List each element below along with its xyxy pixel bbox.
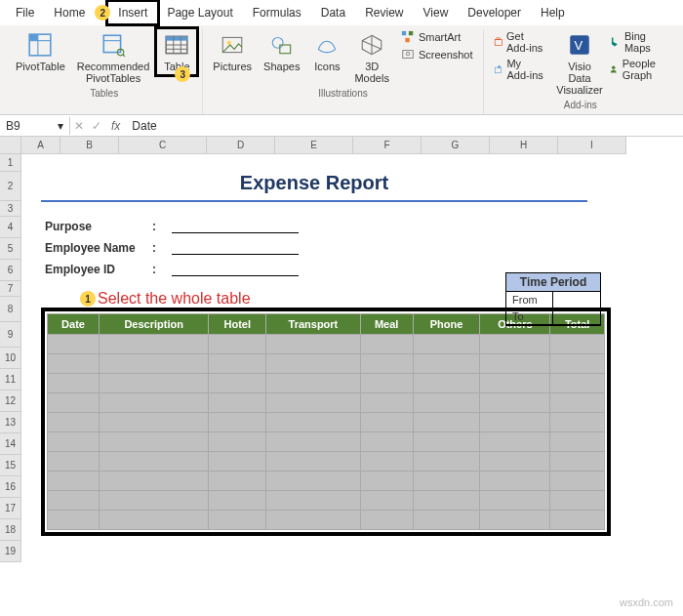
table-cell[interactable] — [209, 491, 266, 511]
row-header[interactable]: 16 — [0, 476, 21, 498]
th-transport[interactable]: Transport — [266, 314, 360, 335]
tab-page-layout[interactable]: Page Layout — [157, 2, 242, 23]
table-cell[interactable] — [360, 511, 413, 530]
col-header[interactable]: H — [490, 137, 558, 154]
row-header[interactable]: 12 — [0, 390, 21, 412]
col-header[interactable]: E — [275, 137, 353, 154]
from-value[interactable] — [553, 292, 600, 308]
row-header[interactable]: 9 — [0, 322, 21, 348]
table-cell[interactable] — [413, 335, 480, 354]
row-header[interactable]: 3 — [0, 201, 21, 217]
row-header[interactable]: 15 — [0, 455, 21, 476]
th-date[interactable]: Date — [48, 314, 100, 335]
table-cell[interactable] — [266, 374, 360, 393]
table-cell[interactable] — [413, 472, 480, 491]
name-box[interactable]: B9 ▾ — [0, 117, 70, 135]
table-cell[interactable] — [550, 354, 605, 374]
table-cell[interactable] — [266, 511, 360, 530]
empid-value[interactable] — [172, 263, 299, 276]
table-cell[interactable] — [48, 354, 100, 374]
table-cell[interactable] — [550, 374, 605, 393]
table-cell[interactable] — [48, 472, 100, 491]
tab-developer[interactable]: Developer — [458, 2, 531, 23]
formula-bar[interactable]: Date — [126, 117, 683, 135]
table-cell[interactable] — [209, 374, 266, 393]
table-cell[interactable] — [413, 354, 480, 374]
table-cell[interactable] — [360, 432, 413, 452]
select-all-corner[interactable] — [0, 137, 21, 154]
table-cell[interactable] — [360, 374, 413, 393]
screenshot-button[interactable]: Screenshot — [397, 47, 477, 62]
row-header[interactable]: 18 — [0, 519, 21, 541]
tab-help[interactable]: Help — [531, 2, 575, 23]
table-cell[interactable] — [480, 452, 550, 472]
tab-home[interactable]: Home — [44, 2, 95, 23]
table-cell[interactable] — [550, 413, 605, 432]
pivottable-button[interactable]: PivotTable — [12, 29, 69, 74]
table-cell[interactable] — [480, 413, 550, 432]
tab-formulas[interactable]: Formulas — [243, 2, 311, 23]
table-cell[interactable] — [360, 491, 413, 511]
row-header[interactable]: 8 — [0, 297, 21, 322]
table-cell[interactable] — [48, 413, 100, 432]
tab-data[interactable]: Data — [311, 2, 355, 23]
table-cell[interactable] — [480, 511, 550, 530]
table-cell[interactable] — [480, 374, 550, 393]
table-cell[interactable] — [209, 511, 266, 530]
table-cell[interactable] — [266, 335, 360, 354]
table-cell[interactable] — [266, 354, 360, 374]
cancel-icon[interactable]: ✕ — [70, 119, 88, 133]
shapes-button[interactable]: Shapes — [260, 29, 303, 74]
table-cell[interactable] — [266, 452, 360, 472]
table-cell[interactable] — [48, 452, 100, 472]
table-cell[interactable] — [209, 452, 266, 472]
my-addins-button[interactable]: My Add-ins — [490, 57, 548, 82]
table-cell[interactable] — [209, 472, 266, 491]
table-cell[interactable] — [48, 432, 100, 452]
col-header[interactable]: F — [353, 137, 422, 154]
3d-models-button[interactable]: 3D Models — [350, 29, 392, 86]
table-cell[interactable] — [480, 354, 550, 374]
table-cell[interactable] — [209, 335, 266, 354]
bing-maps-button[interactable]: Bing Maps — [605, 29, 671, 55]
col-header[interactable]: C — [119, 137, 207, 154]
table-cell[interactable] — [413, 432, 480, 452]
table-cell[interactable] — [266, 491, 360, 511]
table-cell[interactable] — [413, 374, 480, 393]
th-meal[interactable]: Meal — [360, 314, 413, 335]
table-cell[interactable] — [209, 432, 266, 452]
expense-table-selection[interactable]: Date Description Hotel Transport Meal Ph… — [45, 311, 607, 532]
table-cell[interactable] — [550, 393, 605, 413]
people-graph-button[interactable]: People Graph — [605, 57, 671, 82]
empname-value[interactable] — [172, 241, 299, 255]
table-cell[interactable] — [100, 374, 209, 393]
th-hotel[interactable]: Hotel — [209, 314, 266, 335]
table-cell[interactable] — [550, 472, 605, 491]
table-cell[interactable] — [360, 452, 413, 472]
tab-view[interactable]: View — [414, 2, 459, 23]
table-cell[interactable] — [360, 472, 413, 491]
table-cell[interactable] — [100, 491, 209, 511]
table-cell[interactable] — [550, 432, 605, 452]
table-cell[interactable] — [48, 374, 100, 393]
table-cell[interactable] — [550, 511, 605, 530]
table-cell[interactable] — [480, 491, 550, 511]
fx-icon[interactable]: fx — [105, 119, 126, 133]
table-cell[interactable] — [100, 335, 209, 354]
table-cell[interactable] — [480, 393, 550, 413]
col-header[interactable]: D — [207, 137, 275, 154]
table-cell[interactable] — [100, 452, 209, 472]
table-cell[interactable] — [266, 432, 360, 452]
table-cell[interactable] — [266, 413, 360, 432]
table-cell[interactable] — [48, 393, 100, 413]
col-header[interactable]: I — [558, 137, 626, 154]
row-header[interactable]: 1 — [0, 154, 21, 172]
purpose-value[interactable] — [172, 220, 299, 233]
col-header[interactable]: A — [21, 137, 60, 154]
icons-button[interactable]: Icons — [307, 29, 346, 74]
table-cell[interactable] — [360, 354, 413, 374]
table-cell[interactable] — [209, 354, 266, 374]
table-cell[interactable] — [100, 472, 209, 491]
table-cell[interactable] — [480, 432, 550, 452]
get-addins-button[interactable]: Get Add-ins — [490, 29, 548, 55]
